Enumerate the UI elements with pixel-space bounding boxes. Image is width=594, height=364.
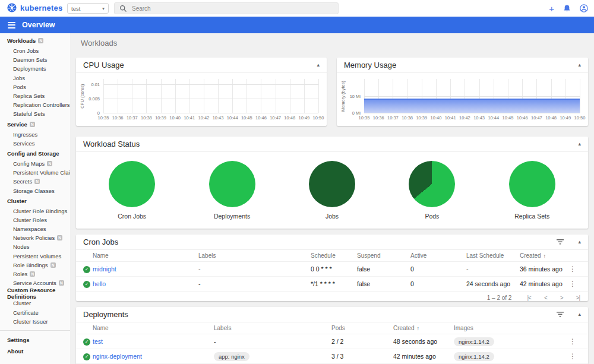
column-header-label: Name — [93, 252, 109, 259]
namespace-selector[interactable]: test ▾ — [67, 3, 109, 14]
sidebar-section-service[interactable]: ServiceN — [0, 119, 70, 130]
sidebar-item-cron-jobs[interactable]: Cron Jobs — [0, 46, 70, 55]
sidebar-item-cluster-roles[interactable]: Cluster Roles — [0, 216, 70, 224]
sidebar-item-about[interactable]: About — [0, 346, 70, 357]
sidebar-item-cluster[interactable]: Cluster — [0, 299, 70, 308]
sidebar-item-network-policies[interactable]: Network PoliciesN — [0, 233, 70, 242]
memory-plot-area: Memory (bytes) 10:3510:3610:3710:3810:39… — [364, 79, 580, 113]
sidebar-item-stateful-sets[interactable]: Stateful Sets — [0, 109, 70, 118]
column-header-last-schedule[interactable]: Last Schedule — [466, 252, 520, 259]
column-header-active[interactable]: Active — [410, 252, 466, 259]
sidebar-item-services[interactable]: Services — [0, 139, 70, 148]
sidebar-item-certificate[interactable]: Certificate — [0, 308, 70, 317]
next-page-icon[interactable]: > — [560, 295, 563, 301]
pie-chart-replica-sets — [509, 161, 555, 207]
cell-schedule: 0 0 * * * — [311, 265, 357, 273]
timestamp-value: 42 minutes ago — [393, 353, 436, 360]
menu-icon[interactable] — [8, 22, 15, 29]
image-chip: nginx:1.14.2 — [454, 337, 494, 346]
sidebar-item-jobs[interactable]: Jobs — [0, 74, 70, 83]
row-menu-icon[interactable]: ⋮ — [569, 337, 576, 346]
column-header-name[interactable]: Name — [93, 325, 214, 331]
collapse-caret-icon[interactable]: ▴ — [578, 141, 581, 147]
namespaced-badge: N — [57, 235, 62, 240]
namespace-value: test — [71, 5, 80, 12]
cell-images: nginx:1.14.2 — [454, 337, 569, 346]
column-header-name[interactable]: Name — [93, 252, 198, 259]
sidebar-item-nodes[interactable]: Nodes — [0, 242, 70, 251]
column-header-labels[interactable]: Labels — [198, 252, 311, 259]
sidebar-item-secrets[interactable]: SecretsN — [0, 177, 70, 186]
row-menu-icon[interactable]: ⋮ — [569, 280, 576, 288]
sidebar-item-replica-sets[interactable]: Replica Sets — [0, 91, 70, 100]
column-header-labels[interactable]: Labels — [214, 325, 331, 331]
sidebar-item-ingresses[interactable]: Ingresses — [0, 130, 70, 139]
cell-value: 0 — [410, 265, 414, 273]
sidebar-item-storage-classes[interactable]: Storage Classes — [0, 186, 70, 195]
filter-icon[interactable] — [557, 312, 564, 317]
x-tick-label: 10:42 — [459, 115, 470, 121]
sidebar-section-config-and-storage[interactable]: Config and Storage — [0, 148, 70, 159]
labels-value: - — [198, 280, 201, 287]
sidebar-item-label: Jobs — [13, 75, 25, 81]
sidebar-section-cluster[interactable]: Cluster — [0, 195, 70, 207]
cell-images: nginx:1.14.2 — [454, 352, 569, 361]
sidebar-item-persistent-volume-claims[interactable]: Persistent Volume ClaimsN — [0, 168, 70, 177]
sidebar-item-label: Persistent Volumes — [13, 253, 61, 259]
row-menu-icon[interactable]: ⋮ — [569, 352, 576, 360]
column-header-pods[interactable]: Pods — [331, 325, 393, 331]
resource-name-link[interactable]: midnight — [93, 265, 116, 273]
sidebar-item-cluster-role-bindings[interactable]: Cluster Role Bindings — [0, 207, 70, 216]
sidebar-item-settings[interactable]: Settings — [0, 334, 70, 346]
column-header-created[interactable]: Created↑ — [393, 325, 454, 331]
sidebar-item-pods[interactable]: Pods — [0, 83, 70, 91]
column-header-suspend[interactable]: Suspend — [357, 252, 410, 259]
collapse-caret-icon[interactable]: ▴ — [578, 239, 581, 245]
user-profile-icon[interactable] — [580, 4, 588, 12]
sidebar-item-persistent-volumes[interactable]: Persistent Volumes — [0, 252, 70, 261]
cell-name: hello — [93, 280, 198, 287]
sidebar-item-label: Stateful Sets — [13, 110, 45, 117]
kubernetes-logo[interactable]: kubernetes — [7, 3, 62, 12]
search-input[interactable] — [132, 5, 310, 12]
create-resource-button[interactable]: + — [549, 4, 554, 13]
sidebar-item-namespaces[interactable]: Namespaces — [0, 224, 70, 233]
x-tick-label: 10:49 — [298, 115, 309, 121]
column-header-schedule[interactable]: Schedule — [311, 252, 357, 259]
x-tick-label: 10:44 — [488, 115, 499, 121]
cell-value: 2 / 2 — [331, 338, 343, 345]
last-page-icon[interactable]: >| — [576, 295, 580, 301]
search-bar[interactable] — [114, 2, 339, 14]
x-tick-label: 10:47 — [270, 115, 281, 121]
sidebar-item-replication-controllers[interactable]: Replication Controllers — [0, 100, 70, 109]
first-page-icon[interactable]: |< — [527, 295, 530, 301]
resource-name-link[interactable]: hello — [93, 280, 106, 287]
resource-name-link[interactable]: test — [93, 338, 103, 345]
sidebar-section-workloads[interactable]: WorkloadsN — [0, 35, 70, 46]
pie-chart-label: Jobs — [326, 213, 339, 220]
collapse-caret-icon[interactable]: ▴ — [578, 312, 581, 317]
sidebar-section-custom-resource-definitions[interactable]: Custom Resource Definitions — [0, 287, 70, 299]
column-header-created[interactable]: Created↑ — [520, 252, 569, 259]
sidebar-item-config-maps[interactable]: Config MapsN — [0, 159, 70, 168]
previous-page-icon[interactable]: < — [544, 295, 547, 301]
resource-name-link[interactable]: nginx-deployment — [93, 353, 142, 360]
sidebar-section-label: Cluster — [7, 198, 27, 204]
notifications-bell-icon[interactable] — [563, 4, 571, 12]
deployments-title: Deployments — [83, 310, 128, 319]
column-header-images[interactable]: Images — [454, 325, 569, 331]
sidebar-item-deployments[interactable]: Deployments — [0, 64, 70, 73]
x-tick-label: 10:45 — [503, 115, 514, 121]
sidebar-item-daemon-sets[interactable]: Daemon Sets — [0, 55, 70, 64]
image-chip: nginx:1.14.2 — [454, 352, 494, 361]
filter-icon[interactable] — [557, 239, 564, 245]
sidebar-item-role-bindings[interactable]: Role BindingsN — [0, 261, 70, 270]
sidebar-item-cluster-issuer[interactable]: Cluster Issuer — [0, 317, 70, 326]
collapse-caret-icon[interactable]: ▴ — [578, 62, 581, 68]
row-menu-icon[interactable]: ⋮ — [569, 265, 576, 273]
y-tick-label: 10 Mi — [350, 93, 361, 99]
cell-created: 42 minutes ago — [520, 280, 569, 287]
cell-created: 42 minutes ago — [393, 353, 454, 360]
sidebar-item-roles[interactable]: RolesN — [0, 270, 70, 278]
collapse-caret-icon[interactable]: ▴ — [317, 62, 320, 68]
